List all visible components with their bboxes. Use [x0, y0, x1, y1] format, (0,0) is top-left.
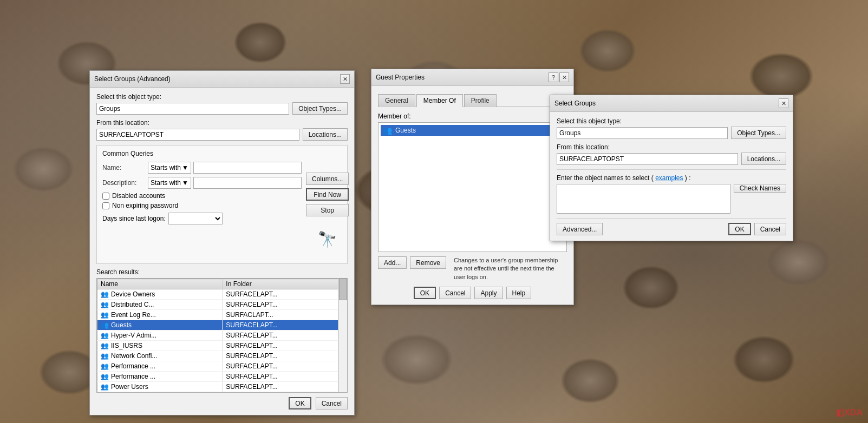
table-row[interactable]: 👥Performance ...SURFACELAPT... — [97, 361, 338, 372]
sg-advanced-button[interactable]: Advanced... — [557, 223, 603, 235]
dialog-titlebar-advanced[interactable]: Select Groups (Advanced) ✕ — [90, 71, 354, 88]
select-groups-advanced-dialog: Select Groups (Advanced) ✕ Select this o… — [89, 70, 355, 415]
advanced-ok-button[interactable]: OK — [289, 397, 311, 409]
sg-from-location-label: From this location: — [557, 143, 786, 151]
sg-ok-cancel: OK Cancel — [728, 223, 786, 235]
guest-help-button[interactable]: Help — [506, 287, 532, 299]
name-starts-with-text: Starts with — [151, 164, 181, 171]
sg-object-types-button[interactable]: Object Types... — [731, 127, 786, 139]
object-type-row: Object Types... — [96, 102, 348, 115]
tab-profile[interactable]: Profile — [464, 94, 497, 107]
sg-object-type-section: Select this object type: Object Types... — [557, 117, 786, 139]
separator2 — [557, 218, 786, 219]
dialog-controls-advanced: ✕ — [340, 74, 350, 84]
results-container: Name In Folder 👥Device OwnersSURFACELAPT… — [96, 278, 348, 393]
scrollbar[interactable] — [338, 279, 347, 392]
table-row[interactable]: 👥IIS_IUSRSSURFACELAPT... — [97, 341, 338, 351]
help-question-btn[interactable]: ? — [549, 72, 558, 82]
close-btn-guest[interactable]: ✕ — [559, 72, 569, 82]
disabled-accounts-row: Disabled accounts — [102, 192, 302, 200]
remove-button[interactable]: Remove — [410, 256, 446, 269]
query-container: Name: Starts with ▼ Description: Starts … — [102, 162, 342, 259]
cell-folder: SURFACELAPT... — [223, 289, 338, 300]
find-now-button[interactable]: Find Now — [306, 188, 349, 201]
table-row[interactable]: 👥Event Log Re...SURFACLAPT... — [97, 310, 338, 320]
names-row: Check Names — [557, 184, 786, 214]
results-header-row: Name In Folder — [97, 279, 338, 289]
disabled-accounts-label: Disabled accounts — [112, 192, 165, 200]
table-row[interactable]: 👥Device OwnersSURFACELAPT... — [97, 289, 338, 300]
table-row[interactable]: 👥Performance ...SURFACELAPT... — [97, 372, 338, 382]
table-row[interactable]: 👥Power UsersSURFACELAPT... — [97, 382, 338, 392]
cell-folder: SURFACELAPT... — [223, 320, 338, 331]
guest-properties-titlebar[interactable]: Guest Properties ? ✕ — [371, 69, 573, 86]
close-button-advanced[interactable]: ✕ — [340, 74, 350, 84]
tab-member-of[interactable]: Member Of — [416, 94, 463, 107]
disabled-accounts-checkbox[interactable] — [102, 193, 109, 200]
sg-locations-button[interactable]: Locations... — [741, 153, 786, 165]
description-label: Description: — [102, 179, 146, 187]
common-queries-section: Common Queries Name: Starts with ▼ Des — [96, 145, 348, 264]
name-starts-with[interactable]: Starts with ▼ — [148, 162, 191, 174]
sg-cancel-button[interactable]: Cancel — [754, 223, 786, 235]
columns-button[interactable]: Columns... — [306, 173, 349, 185]
locations-button[interactable]: Locations... — [303, 128, 348, 141]
sg-location-row: Locations... — [557, 153, 786, 165]
cell-folder: SURFACLAPT... — [223, 310, 338, 320]
cell-folder: SURFACELAPT... — [223, 300, 338, 310]
desc-dropdown-arrow: ▼ — [182, 179, 188, 187]
stop-button[interactable]: Stop — [306, 204, 349, 216]
member-of-list[interactable]: 👥 Guests — [378, 122, 567, 252]
advanced-cancel-button[interactable]: Cancel — [316, 397, 348, 409]
object-type-input[interactable] — [96, 103, 289, 115]
cell-name: 👥Guests — [97, 320, 223, 331]
days-row: Days since last logon: — [102, 213, 302, 224]
cell-name: 👥Power Users — [97, 382, 223, 392]
separator — [557, 169, 786, 170]
tab-bar: General Member Of Profile — [378, 91, 567, 107]
col-folder-header[interactable]: In Folder — [223, 279, 338, 289]
select-groups-titlebar[interactable]: Select Groups ✕ — [550, 95, 793, 112]
sg-location-input[interactable] — [557, 153, 738, 165]
table-row[interactable]: 👥GuestsSURFACELAPT... — [97, 320, 338, 331]
scrollbar-thumb[interactable] — [339, 279, 347, 300]
non-expiring-checkbox[interactable] — [102, 202, 109, 209]
days-since-select[interactable] — [168, 213, 223, 224]
location-input[interactable] — [96, 129, 299, 141]
enter-names-label: Enter the object names to select ( examp… — [557, 174, 786, 182]
label-colon: : — [689, 174, 690, 182]
col-name-header[interactable]: Name — [97, 279, 223, 289]
search-results-label: Search results: — [96, 268, 348, 276]
select-groups-content: Select this object type: Object Types...… — [550, 112, 793, 241]
desc-value-input[interactable] — [193, 177, 302, 189]
results-inner: Name In Folder 👥Device OwnersSURFACELAPT… — [97, 279, 338, 392]
table-row[interactable]: 👥Network Confi...SURFACELAPT... — [97, 351, 338, 361]
check-names-button[interactable]: Check Names — [734, 184, 786, 193]
query-right-buttons: Columns... Find Now Stop 🔭 — [306, 162, 349, 259]
changes-note: Changes to a user's group membership are… — [454, 256, 567, 281]
desc-starts-with[interactable]: Starts with ▼ — [148, 177, 191, 189]
cell-folder: SURFACELAPT... — [223, 382, 338, 392]
cell-name: 👥Performance ... — [97, 361, 223, 372]
common-queries-title: Common Queries — [102, 150, 342, 157]
guest-ok-button[interactable]: OK — [414, 287, 436, 299]
results-table: Name In Folder 👥Device OwnersSURFACELAPT… — [97, 279, 338, 392]
object-types-button[interactable]: Object Types... — [292, 102, 348, 115]
table-row[interactable]: 👥Distributed C...SURFACELAPT... — [97, 300, 338, 310]
tab-general[interactable]: General — [378, 94, 415, 107]
sg-object-type-input[interactable] — [557, 127, 728, 139]
guest-properties-bottom-buttons: OK Cancel Apply Help — [378, 287, 567, 299]
name-value-input[interactable] — [193, 162, 302, 174]
table-row[interactable]: 👥Hyper-V Admi...SURFACELAPT... — [97, 331, 338, 341]
paren-open: ( — [651, 174, 654, 182]
guest-apply-button[interactable]: Apply — [474, 287, 502, 299]
binoculars-icon: 🔭 — [318, 230, 337, 248]
member-item-guests[interactable]: 👥 Guests — [381, 125, 564, 136]
guest-cancel-button[interactable]: Cancel — [439, 287, 471, 299]
cell-folder: SURFACELAPT... — [223, 361, 338, 372]
close-btn-select-groups[interactable]: ✕ — [779, 98, 788, 108]
names-textarea[interactable] — [557, 184, 730, 214]
sg-ok-button[interactable]: OK — [728, 223, 750, 235]
add-button[interactable]: Add... — [378, 256, 407, 269]
examples-link[interactable]: examples — [655, 174, 683, 182]
